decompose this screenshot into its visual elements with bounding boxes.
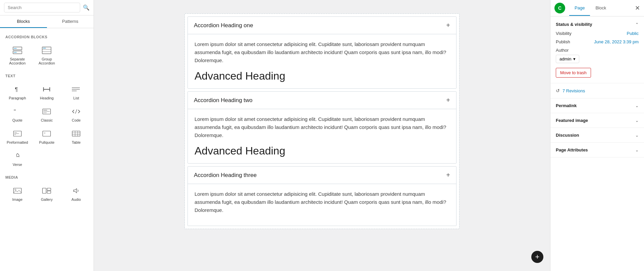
page-attributes-panel[interactable]: Page Attributes ⌄ [550,143,644,157]
visibility-value[interactable]: Public [627,31,639,36]
publish-row: Publish June 28, 2022 3:39 pm [556,39,639,44]
accordion-header-3[interactable]: Accordion Heading three + [188,167,456,184]
author-dropdown-icon: ▾ [573,56,576,61]
right-sidebar-body: Status & visibility ⌃ Visibility Public … [550,16,644,157]
accordion-heading-1-text: Accordion Heading one [194,22,253,29]
main-editor: Accordion Heading one + Lorem ipsum dolo… [94,0,550,271]
block-item-heading[interactable]: Heading [32,81,62,103]
featured-image-panel[interactable]: Featured image ⌄ [550,113,644,128]
sidebar-content: ACCORDION BLOCKS Separate Accordion [0,28,94,271]
svg-rect-37 [43,188,46,193]
tab-blocks[interactable]: Blocks [0,15,47,28]
block-item-paragraph[interactable]: ¶ Paragraph [3,81,32,103]
preformatted-icon [11,129,23,138]
classic-icon [41,107,53,116]
accordion-heading-3-text: Accordion Heading three [194,172,257,179]
gallery-icon [41,186,53,195]
tab-patterns[interactable]: Patterns [47,15,94,28]
author-label: Author [556,48,639,53]
discussion-chevron: ⌄ [635,133,639,138]
author-select[interactable]: admin ▾ [556,55,579,63]
featured-image-chevron: ⌄ [635,118,639,123]
revisions-count: 7 Revisions [562,88,585,93]
accordion-section-label: ACCORDION BLOCKS [0,31,94,41]
block-item-image[interactable]: Image [3,183,32,205]
publish-date[interactable]: June 28, 2022 3:39 pm [594,39,639,44]
pullquote-icon: " [41,129,53,138]
block-item-preformatted[interactable]: Preformatted [3,126,32,148]
search-input[interactable] [4,3,80,12]
accordion-outer-block: Accordion Heading one + Lorem ipsum dolo… [184,13,460,229]
paragraph-icon: ¶ [11,85,23,94]
accordion-block-2: Accordion Heading two + Lorem ipsum dolo… [187,91,457,164]
right-tabs: Page Block [569,1,631,16]
block-item-pullquote[interactable]: " Pullquote [32,126,62,148]
block-item-list[interactable]: List [61,81,91,103]
block-label-image: Image [12,197,23,201]
block-label-heading: Heading [40,96,54,100]
discussion-panel[interactable]: Discussion ⌄ [550,128,644,143]
accordion-body-text-3: Lorem ipsum dolor sit amet consectetur a… [195,190,449,214]
avatar: C [554,3,565,13]
block-label-classic: Classic [41,118,53,122]
revisions-row[interactable]: ↺ 7 Revisions [550,83,644,98]
move-to-trash-button[interactable]: Move to trash [556,68,591,78]
block-item-verse[interactable]: Verse [3,148,32,170]
block-item-group-accordion[interactable]: Group Accordion [32,42,62,69]
block-item-audio[interactable]: Audio [61,183,91,205]
accordion-block-1: Accordion Heading one + Lorem ipsum dolo… [187,16,457,89]
permalink-label: Permalink [556,103,577,108]
accordion-heading-2-text: Accordion Heading two [194,97,253,104]
right-sidebar: C Page Block ✕ Status & visibility ⌃ Vis… [550,0,644,271]
add-block-button[interactable]: + [531,251,543,263]
accordion-toggle-icon-1[interactable]: + [446,21,450,29]
block-item-classic[interactable]: Classic [32,103,62,126]
audio-icon [70,186,82,195]
block-label-preformatted: Preformatted [7,140,28,144]
code-icon [70,107,82,116]
block-item-code[interactable]: Code [61,103,91,126]
svg-rect-30 [72,131,80,136]
tab-page[interactable]: Page [569,1,590,16]
accordion-toggle-icon-2[interactable]: + [446,96,450,104]
table-icon [70,129,82,138]
svg-text:": " [14,108,16,115]
right-sidebar-header: C Page Block ✕ [550,0,644,16]
tab-block[interactable]: Block [590,1,611,16]
group-accordion-icon [41,46,53,55]
visibility-label: Visibility [556,31,572,36]
author-value: admin [559,56,571,61]
svg-text:¶: ¶ [15,86,18,93]
block-label-audio: Audio [71,197,81,201]
accordion-header-2[interactable]: Accordion Heading two + [188,92,456,109]
svg-point-36 [15,189,16,190]
editor-area: Accordion Heading one + Lorem ipsum dolo… [184,13,460,229]
svg-rect-15 [72,88,73,88]
block-item-quote[interactable]: " Quote [3,103,32,126]
status-visibility-header[interactable]: Status & visibility ⌃ [556,22,639,27]
revisions-icon: ↺ [556,88,560,93]
page-attributes-label: Page Attributes [556,147,588,152]
accordion-toggle-icon-3[interactable]: + [446,171,450,179]
block-label-quote: Quote [12,118,22,122]
separate-accordion-icon [11,46,23,55]
block-item-gallery[interactable]: Gallery [32,183,62,205]
search-bar: 🔍 [0,0,94,15]
block-label-code: Code [72,118,80,122]
accordion-header-1[interactable]: Accordion Heading one + [188,17,456,34]
accordion-subheading-1: Advanced Heading [195,70,449,82]
close-button[interactable]: ✕ [631,0,644,16]
svg-rect-16 [72,89,73,90]
visibility-row: Visibility Public [556,31,639,36]
image-icon [11,186,23,195]
media-section-label: MEDIA [0,171,94,181]
block-label-list: List [73,96,79,100]
block-label-pullquote: Pullquote [39,140,55,144]
block-label-group-accordion: Group Accordion [34,57,60,65]
accordion-blocks-grid: Separate Accordion Group Accordion [0,41,94,70]
block-item-separate-accordion[interactable]: Separate Accordion [3,42,32,69]
status-visibility-chevron: ⌃ [635,22,639,27]
permalink-panel[interactable]: Permalink ⌄ [550,98,644,113]
block-item-table[interactable]: Table [61,126,91,148]
accordion-body-2: Lorem ipsum dolor sit amet consectetur a… [188,109,456,163]
